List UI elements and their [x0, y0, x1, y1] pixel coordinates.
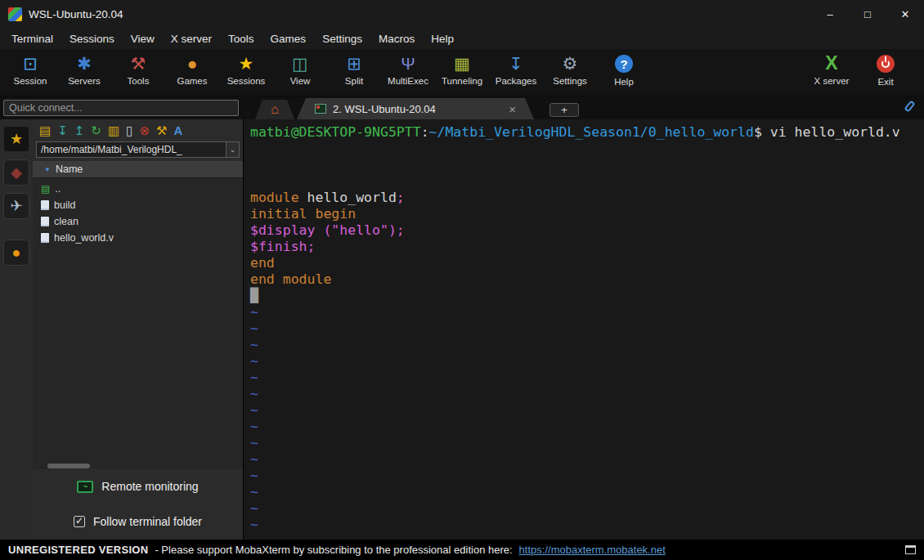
multiexec-icon: Ψ [397, 53, 419, 74]
sidebar-sftp-send-button[interactable]: ✈ [3, 193, 29, 219]
toolbar-button-tools[interactable]: ⚒Tools [111, 53, 165, 87]
toolbar-button-tunneling[interactable]: ▦Tunneling [435, 53, 489, 87]
toolbar-label-multiexec: MultiExec [388, 76, 428, 86]
upload-icon[interactable]: ↥ [74, 124, 85, 137]
view-icon: ◫ [289, 53, 311, 74]
file-name: build [54, 199, 75, 211]
toolbar-button-x-server[interactable]: XX server [805, 53, 859, 87]
window-title: WSL-Ubuntu-20.04 [29, 8, 123, 20]
terminal-line: ~ [250, 484, 924, 500]
terminal-line: end module [250, 271, 924, 288]
terminal-line: ~ [250, 402, 924, 419]
menu-item-settings[interactable]: Settings [314, 30, 370, 47]
toolbar-button-multiexec[interactable]: ΨMultiExec [381, 53, 435, 87]
menu-item-help[interactable]: Help [423, 30, 462, 47]
minimize-button[interactable]: – [811, 0, 849, 28]
split-icon: ⊞ [343, 53, 365, 74]
remote-monitoring-button[interactable]: Remote monitoring [33, 469, 243, 504]
terminal-line: ~ [250, 517, 924, 533]
file-row-build[interactable]: build [33, 197, 243, 213]
xserver-icon: X [821, 53, 842, 74]
menu-item-x-server[interactable]: X server [163, 30, 220, 47]
new-file-icon[interactable]: ▯ [126, 124, 132, 137]
toolbar-button-exit[interactable]: Exit [859, 53, 913, 87]
transfer-folder-icon[interactable]: ▤ [39, 124, 51, 137]
terminal[interactable]: matbi@DESKTOP-9NG5PTT:~/Matbi_VerilogHDL… [244, 119, 924, 540]
path-dropdown-arrow-icon[interactable]: ⌄ [226, 142, 239, 157]
toolbar-left-group: ⊡Session✱Servers⚒Tools●Games★Sessions◫Vi… [0, 53, 651, 87]
menu-item-terminal[interactable]: Terminal [3, 30, 61, 47]
terminal-line: ~ [250, 435, 924, 451]
scrollbar-thumb[interactable] [47, 464, 90, 468]
download-icon[interactable]: ↧ [57, 124, 68, 137]
home-tab[interactable]: ⌂ [255, 100, 294, 119]
terminal-line: matbi@DESKTOP-9NG5PTT:~/Matbi_VerilogHDL… [250, 124, 924, 141]
file-row-hello-world-v[interactable]: hello_world.v [33, 230, 243, 246]
menu-item-tools[interactable]: Tools [220, 30, 262, 47]
close-button[interactable]: ✕ [886, 0, 924, 28]
follow-terminal-checkbox[interactable] [74, 516, 85, 527]
sidebar-macros-button[interactable]: ◆ [3, 159, 29, 186]
refresh-icon[interactable]: ↻ [91, 124, 101, 137]
tools-icon: ⚒ [128, 53, 149, 74]
menu-item-sessions[interactable]: Sessions [61, 30, 123, 47]
folder-up-icon: ▤ [41, 184, 50, 194]
toolbar-button-servers[interactable]: ✱Servers [57, 53, 111, 87]
path-combobox[interactable]: /home/matbi/Matbi_VerilogHDL_ ⌄ [36, 141, 240, 158]
file-list: ▤..buildcleanhello_world.v [33, 178, 243, 462]
power-glyph [881, 60, 890, 68]
toolbar-button-session[interactable]: ⊡Session [3, 53, 57, 87]
file-panel-scrollbar[interactable] [33, 462, 243, 469]
file-row-clean[interactable]: clean [33, 213, 243, 230]
toolbar-button-view[interactable]: ◫View [273, 53, 327, 87]
toolbar-button-packages[interactable]: ↧Packages [489, 53, 543, 87]
follow-terminal-folder-option[interactable]: Follow terminal folder [33, 504, 243, 540]
toolbar-button-settings[interactable]: ⚙Settings [543, 53, 597, 87]
toolbar-button-games[interactable]: ●Games [165, 53, 219, 87]
toolbar-label-session: Session [14, 76, 47, 86]
terminal-tab-icon [315, 104, 326, 114]
menu-item-view[interactable]: View [123, 30, 163, 47]
plus-icon: + [561, 105, 567, 115]
terminal-line: end [250, 255, 924, 271]
tabs: ⌂ 2. WSL-Ubuntu-20.04 × + [255, 98, 579, 119]
file-list-header[interactable]: ▼ Name [33, 161, 243, 178]
mobatek-link[interactable]: https://mobaxterm.mobatek.net [519, 544, 666, 556]
delete-icon[interactable]: ⊗ [139, 124, 150, 137]
file-icon [41, 233, 49, 243]
sidebar-sessions-star-button[interactable]: ★ [3, 126, 29, 152]
toolbar-button-split[interactable]: ⊞Split [327, 53, 381, 87]
terminal-line: $finish; [250, 239, 924, 255]
terminal-line: ~ [250, 320, 924, 337]
sidebar-sftp-send-icon: ✈ [10, 199, 22, 213]
tab-wsl-ubuntu[interactable]: 2. WSL-Ubuntu-20.04 × [297, 98, 534, 119]
terminal-line: ~ [250, 337, 924, 353]
toolbar-button-sessions[interactable]: ★Sessions [219, 53, 273, 87]
paperclip-icon[interactable] [904, 100, 915, 112]
tab-close-icon[interactable]: × [492, 102, 516, 116]
home-icon: ⌂ [271, 102, 279, 117]
wrench-icon[interactable]: ⚒ [156, 124, 167, 137]
menu-item-games[interactable]: Games [262, 30, 315, 47]
open-folder-icon[interactable]: ▥ [108, 124, 119, 137]
sidebar-games-ball-button[interactable]: ● [3, 240, 29, 266]
restore-window-icon[interactable] [905, 545, 916, 554]
name-column-header: Name [56, 164, 83, 175]
terminal-line: ~ [250, 370, 924, 386]
file-panel-toolbar: ▤↧↥↻▥▯⊗⚒A [33, 119, 243, 141]
quick-connect-input[interactable] [3, 100, 239, 116]
maximize-button[interactable]: □ [849, 0, 886, 28]
new-tab-button[interactable]: + [549, 103, 579, 117]
toolbar-label-view: View [290, 76, 311, 86]
file-name: clean [54, 216, 78, 227]
current-path: /home/matbi/Matbi_VerilogHDL_ [37, 144, 226, 155]
encoding-icon[interactable]: A [173, 124, 182, 137]
file-row--[interactable]: ▤.. [33, 181, 243, 197]
toolbar-button-help[interactable]: ?Help [597, 53, 651, 87]
sort-arrow-icon: ▼ [44, 166, 51, 173]
terminal-line [250, 173, 924, 190]
menubar: TerminalSessionsViewX serverToolsGamesSe… [0, 28, 924, 49]
toolbar-right-group: XX serverExit [805, 53, 924, 87]
menu-item-macros[interactable]: Macros [370, 30, 423, 47]
servers-icon: ✱ [74, 53, 95, 74]
